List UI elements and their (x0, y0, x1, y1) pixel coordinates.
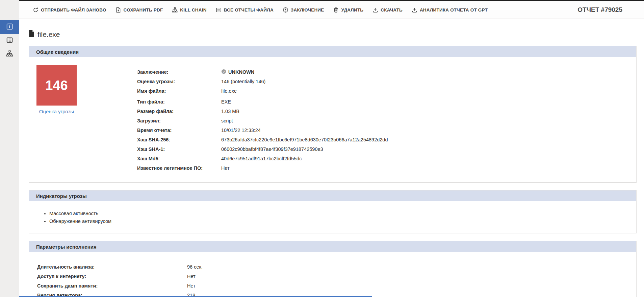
verdict-value: ? UNKNOWN (221, 69, 254, 75)
execution-parameters-section: Параметры исполнения Длительность анализ… (29, 241, 637, 297)
sidebar (0, 0, 19, 297)
row-label: Время отчета: (137, 128, 221, 133)
list-item: Массовая активность (49, 210, 628, 217)
row-value: 673b26afda37cfc220e9e1fbc6ef971be8d630e7… (221, 137, 388, 142)
save-pdf-icon (115, 7, 121, 13)
svg-text:?: ? (223, 70, 225, 73)
row-value: UNKNOWN (228, 69, 254, 75)
row-value: 06002c90bbafbf4f87ae4f309f37e918742590e3 (221, 146, 323, 152)
gpt-analytics-icon (412, 7, 417, 13)
sidebar-item-report-list[interactable] (0, 34, 19, 47)
all-reports-icon (216, 7, 222, 13)
row-label: Хэш Md5: (137, 156, 221, 161)
delete-icon (333, 7, 339, 13)
file-title-row: file.exe (29, 30, 637, 39)
info-icon (6, 23, 13, 31)
table-row: Хэш Md5: 40d6e7c951adf91a17bc2bcff2fd55d… (137, 154, 628, 163)
row-label: Хэш SHA-256: (137, 137, 221, 142)
table-row: Размер файла: 1.03 MB (137, 107, 628, 116)
report-number: ОТЧЕТ #79025 (577, 6, 622, 14)
table-row: Хэш SHA-1: 06002c90bbafbf4f87ae4f309f37e… (137, 144, 628, 154)
toolbar-button-label: УДАЛИТЬ (341, 7, 363, 13)
process-tree-icon (6, 50, 13, 59)
row-label: Сохранить дамп памяти: (37, 283, 187, 289)
row-value: Нет (187, 283, 196, 289)
report-content: file.exe Общие сведения 146 Оценка угроз… (19, 20, 644, 297)
threat-score-area: 146 Оценка угрозы (36, 65, 137, 173)
threat-indicators-list: Массовая активность Обнаружение антивиру… (44, 210, 628, 225)
row-value: EXE (221, 99, 231, 105)
row-label: Загрузил: (137, 118, 221, 123)
kill-chain-icon (172, 7, 178, 13)
row-value: 96 сек. (187, 264, 203, 270)
row-value: 1.03 MB (221, 109, 239, 114)
row-value: 10/01/22 12:33:24 (221, 128, 261, 133)
resubmit-file-button[interactable]: ОТПРАВИТЬ ФАЙЛ ЗАНОВО (33, 7, 106, 13)
gpt-report-analytics-button[interactable]: АНАЛИТИКА ОТЧЁТА ОТ GPT (412, 7, 488, 13)
download-button[interactable]: СКАЧАТЬ (372, 7, 403, 13)
threat-indicators-section: Индикаторы угрозы Массовая активность Об… (29, 190, 637, 233)
list-item: Обнаружение антивирусом (49, 218, 628, 225)
section-header: Параметры исполнения (29, 241, 636, 252)
row-label: Известное легитимное ПО: (137, 165, 221, 171)
table-row: Время отчета: 10/01/22 12:33:24 (137, 125, 628, 135)
toolbar-button-label: СОХРАНИТЬ PDF (124, 7, 163, 13)
row-label: Доступ к интернету: (37, 274, 187, 279)
row-value: file.exe (221, 88, 237, 94)
table-row: Сохранить дамп памяти: Нет (37, 281, 628, 291)
toolbar-button-label: ВСЕ ОТЧЕТЫ ФАЙЛА (224, 7, 274, 13)
file-icon (29, 30, 34, 39)
table-row: Хэш SHA-256: 673b26afda37cfc220e9e1fbc6e… (137, 135, 628, 144)
row-label: Длительность анализа: (37, 264, 187, 270)
report-list-icon (6, 37, 13, 45)
save-pdf-button[interactable]: СОХРАНИТЬ PDF (115, 7, 163, 13)
table-row: Оценка угрозы: 146 (potentially 146) (137, 77, 628, 86)
toolbar-button-label: АНАЛИТИКА ОТЧЁТА ОТ GPT (420, 7, 488, 13)
row-value: Нет (187, 274, 196, 279)
section-header: Общие сведения (29, 46, 636, 57)
table-row: Имя файла: file.exe (137, 86, 628, 96)
row-label: Имя файла: (137, 88, 221, 94)
row-label: Оценка угрозы: (137, 79, 221, 84)
row-label: Заключение: (137, 69, 221, 75)
general-info-rows: Заключение: ? UNKNOWN Оценка угрозы: 14 (137, 67, 628, 173)
row-value: 146 (potentially 146) (221, 79, 265, 84)
toolbar-button-label: KILL CHAIN (180, 7, 206, 13)
conclusion-button[interactable]: ЗАКЛЮЧЕНИЕ (283, 7, 324, 13)
table-row: Длительность анализа: 96 сек. (37, 262, 628, 272)
threat-score-value: 146 (45, 78, 68, 93)
table-row: Заключение: ? UNKNOWN (137, 67, 628, 77)
page-title: file.exe (37, 30, 60, 39)
conclusion-icon (283, 7, 288, 13)
sidebar-item-general-info[interactable] (0, 20, 19, 34)
row-label: Тип файла: (137, 99, 221, 105)
threat-score-link[interactable]: Оценка угрозы (36, 109, 77, 114)
table-row: Известное легитимное ПО: Нет (137, 163, 628, 173)
toolbar-button-label: СКАЧАТЬ (381, 7, 403, 13)
row-value: Нет (221, 165, 230, 171)
table-row: Доступ к интернету: Нет (37, 272, 628, 281)
general-info-section: Общие сведения 146 Оценка угрозы Заключе… (29, 46, 637, 183)
row-label: Хэш SHA-1: (137, 146, 221, 152)
all-file-reports-button[interactable]: ВСЕ ОТЧЕТЫ ФАЙЛА (216, 7, 274, 13)
download-icon (372, 7, 378, 13)
sidebar-item-process-tree[interactable] (0, 47, 19, 61)
row-value: 40d6e7c951adf91a17bc2bcff2fd55dc (221, 156, 302, 161)
delete-button[interactable]: УДАЛИТЬ (333, 7, 363, 13)
table-row: Загрузил: script (137, 116, 628, 125)
kill-chain-button[interactable]: KILL CHAIN (172, 7, 206, 13)
toolbar: ОТПРАВИТЬ ФАЙЛ ЗАНОВО СОХРАНИТЬ PDF KILL… (19, 0, 644, 19)
resubmit-icon (33, 7, 38, 13)
execution-rows: Длительность анализа: 96 сек. Доступ к и… (29, 252, 636, 297)
toolbar-button-label: ЗАКЛЮЧЕНИЕ (291, 7, 324, 13)
toolbar-button-label: ОТПРАВИТЬ ФАЙЛ ЗАНОВО (41, 7, 106, 13)
section-header: Индикаторы угрозы (29, 190, 636, 201)
question-circle-icon: ? (221, 69, 226, 75)
row-label: Размер файла: (137, 109, 221, 114)
threat-score-box: 146 (36, 65, 77, 106)
row-value: script (221, 118, 233, 123)
table-row: Тип файла: EXE (137, 97, 628, 107)
